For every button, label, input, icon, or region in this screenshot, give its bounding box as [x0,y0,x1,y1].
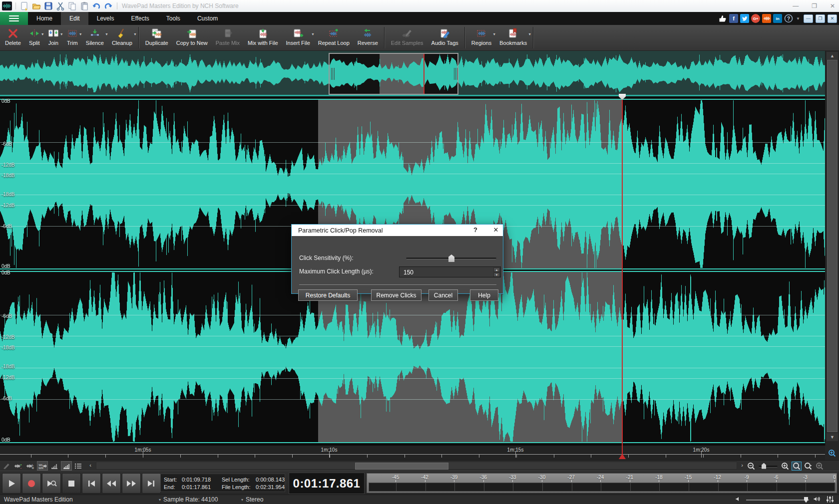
zoom-fit-icon[interactable] [803,462,813,471]
cancel-button[interactable]: Cancel [428,289,458,301]
zoom-selection-icon[interactable] [792,462,802,471]
vertical-scrollbar[interactable]: ▲ ▼ [825,51,839,446]
play-selection-button[interactable] [42,473,61,494]
close-app-icon[interactable]: ✕ [828,14,837,23]
stop-button[interactable] [62,473,81,494]
redo-icon[interactable] [103,1,113,11]
audio-tags-button[interactable]: Audio Tags [427,25,462,50]
max-click-length-input[interactable] [400,267,494,278]
wave-lr-tool-icon[interactable]: LR [25,461,36,471]
dialog-help-button[interactable]: ? [471,226,479,234]
save-file-icon[interactable] [43,1,53,11]
sample-rate-selector[interactable]: ▾Sample Rate: 44100 [159,496,218,503]
zoom-in-icon[interactable] [780,462,790,471]
new-file-icon[interactable] [19,1,29,11]
play-button[interactable] [2,473,21,494]
spin-up-icon[interactable]: ▲ [493,267,500,272]
scroll-down-icon[interactable]: ▼ [827,433,838,441]
delete-button[interactable]: Delete [1,25,25,50]
cleanup-button[interactable]: Cleanup▼ [108,25,136,50]
time-ruler[interactable]: 1m:05s1m:10s1m:15s1m:20s [0,446,825,460]
vertical-zoom-in-button[interactable] [825,446,839,460]
insert-file-button[interactable]: Insert File▼ [282,25,314,50]
tab-tools[interactable]: Tools [158,12,189,25]
scroll-left-icon[interactable]: ‹ [87,462,94,468]
zoom-vertical-icon[interactable] [815,462,825,471]
overview-waveform-canvas[interactable] [0,51,825,96]
scroll-up-icon[interactable]: ▲ [827,52,838,60]
playback-cursor-line[interactable] [622,94,623,459]
silence-button[interactable]: Silence▼ [82,25,108,50]
minimize-app-icon[interactable]: — [804,14,813,23]
help-dropdown-icon[interactable]: ▼ [796,16,800,21]
zoom-out-icon[interactable] [746,462,756,471]
cut-icon[interactable] [55,1,65,11]
record-button[interactable] [22,473,41,494]
reverse-button[interactable]: Reverse [354,25,382,50]
overview-strip[interactable] [0,51,825,96]
copy-icon[interactable] [67,1,77,11]
copy-to-new-button[interactable]: Copy to New [172,25,212,50]
chevron-down-icon[interactable]: ▼ [133,32,137,36]
scroll-right-icon[interactable]: › [739,462,746,468]
trim-button[interactable]: Trim▼ [63,25,82,50]
googleplus-icon[interactable]: G+ [751,14,760,23]
wave-plusminus-tool-icon[interactable]: +- [13,461,24,471]
chevron-down-icon[interactable]: ▼ [528,32,531,36]
volume-slider[interactable] [746,500,809,501]
tab-home[interactable]: Home [28,12,61,25]
levels-mixer-icon[interactable] [826,496,834,504]
like-icon[interactable] [718,14,727,23]
fast-forward-button[interactable] [122,473,141,494]
draw-tool-icon[interactable] [1,461,12,471]
slider-thumb[interactable] [448,254,454,262]
toolbar-button-label: Paste Mix [216,40,240,46]
mix-with-file-button[interactable]: Mix with File [244,25,282,50]
tab-custom[interactable]: Custom [189,12,226,25]
zoom-slider[interactable] [758,462,779,471]
tab-effects[interactable]: Effects [122,12,157,25]
go-start-button[interactable] [82,473,101,494]
go-end-button[interactable] [142,473,161,494]
horizontal-scrollbar-thumb[interactable] [355,463,448,470]
help-icon[interactable]: ? [784,14,793,23]
channel-mode-selector[interactable]: ▾Stereo [241,496,263,503]
click-sensitivity-slider[interactable] [406,254,496,262]
restore-defaults-button[interactable]: Restore Defaults [298,289,358,301]
options-list-tool-icon[interactable] [73,461,84,471]
remove-clicks-button[interactable]: Remove Clicks [371,289,421,301]
twitter-icon[interactable] [740,14,749,23]
wave-wwlr-tool-icon[interactable]: WLWR [37,461,48,471]
restore-app-icon[interactable]: ❐ [816,14,825,23]
rewind-button[interactable] [102,473,121,494]
repeat-loop-button[interactable]: Repeat Loop [314,25,354,50]
speaker-loud-icon[interactable] [813,496,822,504]
linkedin-icon[interactable]: in [773,14,782,23]
menu-hamburger-button[interactable] [0,12,28,25]
duplicate-button[interactable]: Duplicate [141,25,172,50]
regions-button[interactable]: Regions▼ [467,25,495,50]
nch-icon[interactable] [762,14,771,23]
restore-window-icon[interactable]: ❐ [812,0,817,12]
vertical-scrollbar-thumb[interactable] [827,60,838,432]
dialog-close-icon[interactable]: ✕ [491,226,500,234]
playback-cursor-marker [619,454,626,459]
bookmarks-button[interactable]: Bookmarks▼ [495,25,531,50]
minimize-window-icon[interactable]: — [793,0,799,12]
spin-down-icon[interactable]: ▼ [493,272,500,277]
help-button[interactable]: Help [470,289,498,301]
volume-slider-thumb[interactable] [804,497,808,503]
split-button[interactable]: Split▼ [25,25,44,50]
zoom-bars2-tool-icon[interactable] [61,461,72,471]
horizontal-scrollbar[interactable] [96,462,737,470]
zoom-bars-tool-icon[interactable] [49,461,60,471]
undo-icon[interactable] [91,1,101,11]
speaker-min-icon[interactable] [735,496,742,504]
paste-icon[interactable] [79,1,89,11]
open-file-icon[interactable] [31,1,41,11]
tab-levels[interactable]: Levels [88,12,123,25]
tab-edit[interactable]: Edit [61,12,88,25]
join-button[interactable]: Join▼ [44,25,63,50]
facebook-icon[interactable]: f [729,14,738,23]
close-window-icon[interactable]: ✕ [830,0,835,12]
